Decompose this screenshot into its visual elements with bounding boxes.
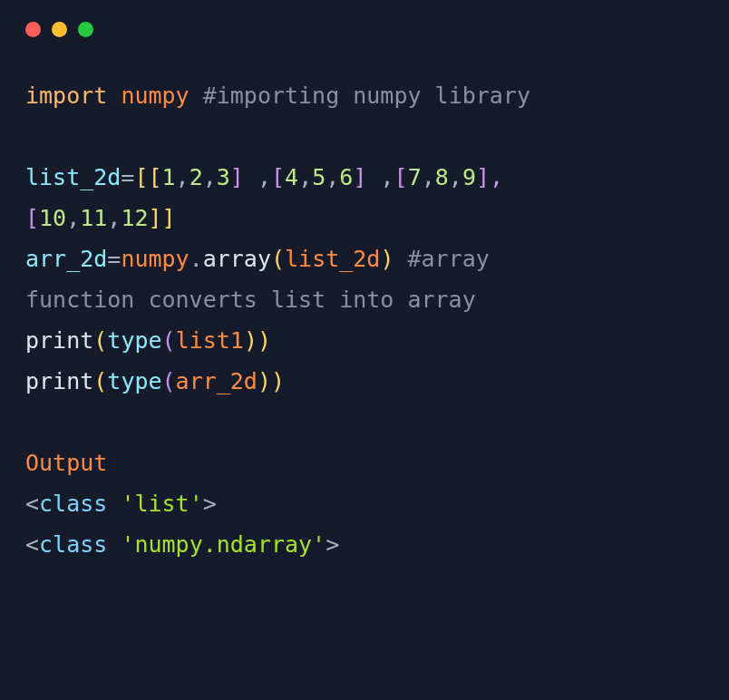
comment: #array (394, 246, 489, 272)
comment: function converts list into array (25, 287, 476, 313)
number: 8 (435, 164, 449, 190)
comma: , (449, 164, 462, 190)
output-label: Output (25, 450, 107, 476)
argument: arr_2d (176, 368, 258, 394)
number: 4 (285, 164, 298, 190)
comma: , (326, 164, 339, 190)
comma: , (203, 164, 217, 190)
number: 12 (121, 205, 148, 231)
number: 6 (339, 164, 353, 190)
paren: ( (93, 327, 107, 354)
string: 'numpy.ndarray' (121, 531, 326, 558)
number: 5 (312, 164, 326, 190)
window-title-bar (25, 22, 704, 37)
keyword-import: import (25, 83, 107, 109)
class-keyword: class (39, 531, 121, 558)
bracket: ], (476, 164, 503, 190)
variable: list_2d (25, 164, 121, 190)
number: 9 (462, 164, 476, 190)
code-window: import numpy #importing numpy library li… (0, 0, 729, 587)
dot: . (190, 246, 203, 272)
bracket: [ (25, 205, 39, 231)
blank-line (25, 402, 704, 442)
angle-bracket: > (326, 531, 339, 558)
blank-line (25, 116, 704, 157)
paren: ( (93, 368, 107, 394)
paren: ( (162, 327, 176, 354)
module-name: numpy (121, 83, 189, 109)
bracket: ] (353, 164, 366, 190)
bracket: ] (230, 164, 244, 190)
angle-bracket: > (203, 491, 217, 517)
number: 10 (39, 205, 66, 231)
number: 11 (80, 205, 107, 231)
argument: list_2d (285, 246, 380, 272)
bracket: ]] (149, 205, 176, 231)
bracket: [[ (134, 164, 161, 190)
comma: , (107, 205, 121, 231)
function-call: type (107, 327, 161, 354)
number: 3 (217, 164, 230, 190)
close-icon[interactable] (25, 22, 41, 37)
module-name: numpy (121, 246, 189, 272)
number: 2 (190, 164, 203, 190)
argument: list1 (176, 327, 244, 354)
comma: , (176, 164, 190, 190)
operator: = (121, 164, 134, 190)
paren: ) (380, 246, 394, 272)
angle-bracket: < (25, 491, 39, 517)
comma: , (66, 205, 80, 231)
paren: )) (244, 327, 271, 354)
comma: , (366, 164, 394, 190)
string: 'list' (121, 491, 202, 517)
code-block: import numpy #importing numpy library li… (25, 75, 704, 565)
function-call: print (25, 327, 93, 354)
comma: , (298, 164, 312, 190)
angle-bracket: < (25, 531, 39, 558)
class-keyword: class (39, 491, 121, 517)
function-name: array (203, 246, 271, 272)
function-call: type (107, 368, 161, 394)
number: 1 (162, 164, 176, 190)
operator: = (107, 246, 121, 272)
bracket: [ (271, 164, 285, 190)
function-call: print (25, 368, 93, 394)
paren: )) (258, 368, 285, 394)
minimize-icon[interactable] (52, 22, 67, 37)
comma: , (244, 164, 271, 190)
variable: arr_2d (25, 246, 107, 272)
comma: , (422, 164, 435, 190)
paren: ( (162, 368, 176, 394)
comment: #importing numpy library (203, 83, 530, 109)
bracket: [ (394, 164, 408, 190)
number: 7 (408, 164, 422, 190)
paren: ( (271, 246, 285, 272)
maximize-icon[interactable] (78, 22, 93, 37)
